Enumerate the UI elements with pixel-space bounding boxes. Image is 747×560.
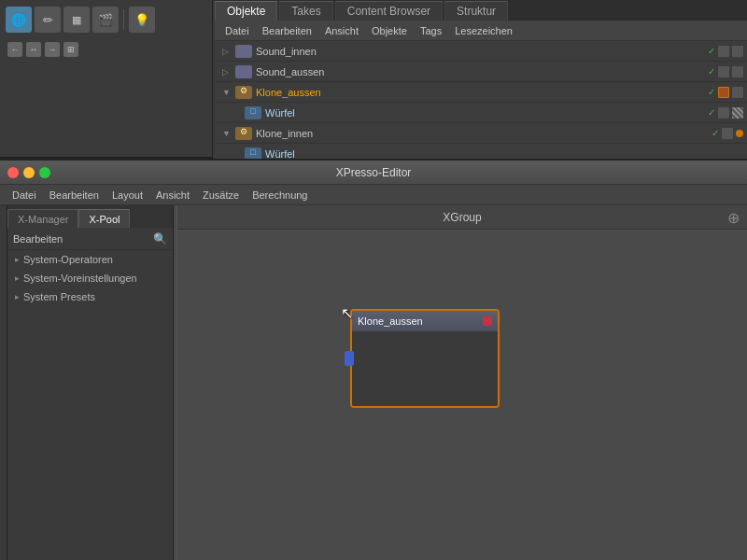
tree-row-sound-aussen[interactable]: ▷ Sound_aussen ✓ xyxy=(215,62,747,82)
mini-icon-4[interactable]: ⊞ xyxy=(63,42,78,57)
menu-bearbeiten[interactable]: Bearbeiten xyxy=(256,23,318,38)
xgroup-label: XGroup xyxy=(443,211,481,224)
xpresso-sidebar: X-Manager X-Pool Bearbeiten 🔍 ▸ System-O… xyxy=(7,205,174,560)
toolbar-icon-5[interactable]: 💡 xyxy=(129,7,155,33)
xpresso-menu-bearbeiten[interactable]: Bearbeiten xyxy=(43,188,106,203)
menu-lesezeichen[interactable]: Lesezeichen xyxy=(448,23,519,38)
mini-icon-2[interactable]: ↔ xyxy=(26,42,41,57)
toolbar-separator-1 xyxy=(123,9,124,30)
toolbar-row-1: 🌐 ✏ ▦ 🎬 💡 xyxy=(0,0,212,39)
tree-expand-2: ▷ xyxy=(222,67,232,77)
arrow-icon-2: ▸ xyxy=(15,273,20,283)
tree-row-right-5: ✓ xyxy=(712,128,743,139)
maximize-button[interactable] xyxy=(39,167,50,178)
main-tab-bar: Objekte Takes Content Browser Struktur xyxy=(215,0,747,21)
tree-label-klone-innen: Klone_innen xyxy=(256,128,313,139)
item-label-1: System-Operatoren xyxy=(23,254,113,265)
arrow-icon-1: ▸ xyxy=(15,255,20,264)
tree-label-sound-innen: Sound_innen xyxy=(256,46,317,57)
xpool-tree: ▸ System-Operatoren ▸ System-Voreinstell… xyxy=(7,250,173,560)
tree-label-wuerfel-2: Würfel xyxy=(265,148,295,160)
xpool-item-system-operatoren[interactable]: ▸ System-Operatoren xyxy=(7,250,173,269)
xpresso-menubar: Datei Bearbeiten Layout Ansicht Zusätze … xyxy=(0,185,747,205)
tree-row-wuerfel-1[interactable]: □ Würfel ✓ xyxy=(215,103,747,123)
tree-row-right-1: ✓ xyxy=(708,46,743,57)
node-port-left[interactable] xyxy=(345,351,354,366)
tree-expand-1: ▷ xyxy=(222,47,232,56)
xpool-tab-bar: X-Manager X-Pool xyxy=(7,205,173,228)
tree-icon-wuerfel-2: □ xyxy=(245,147,261,160)
toolbar-icon-1[interactable]: 🌐 xyxy=(6,7,32,33)
toolbar-row-2: ← ↔ → ⊞ xyxy=(0,39,212,60)
menu-datei[interactable]: Datei xyxy=(218,23,256,38)
menu-tags[interactable]: Tags xyxy=(414,23,448,38)
toolbar-icon-3[interactable]: ▦ xyxy=(63,7,90,33)
tree-row-wuerfel-2[interactable]: □ Würfel xyxy=(215,144,747,159)
xpresso-titlebar: XPresso-Editor xyxy=(0,161,747,185)
window-controls xyxy=(7,167,50,178)
tree-icon-sound-innen xyxy=(235,45,252,58)
xpresso-menu-ansicht[interactable]: Ansicht xyxy=(149,188,196,203)
node-body xyxy=(352,331,498,406)
tab-content-browser[interactable]: Content Browser xyxy=(335,1,443,21)
xpresso-menu-layout[interactable]: Layout xyxy=(106,188,149,203)
menu-ansicht[interactable]: Ansicht xyxy=(318,23,365,38)
tab-objekte[interactable]: Objekte xyxy=(215,1,277,21)
tree-row-klone-aussen[interactable]: ▼ ⚙ Klone_aussen ✓ xyxy=(215,82,747,103)
tree-label-wuerfel-1: Würfel xyxy=(265,107,295,119)
xpool-item-system-presets[interactable]: ▸ System Presets xyxy=(7,287,173,306)
node-header: Klone_aussen xyxy=(352,311,498,331)
search-icon[interactable]: 🔍 xyxy=(153,232,167,245)
tree-icon-klone-aussen: ⚙ xyxy=(235,86,252,99)
xgroup-plus-icon[interactable]: ⊕ xyxy=(727,208,740,226)
menu-objekte[interactable]: Objekte xyxy=(365,23,414,38)
xpresso-menu-berechnung[interactable]: Berechnung xyxy=(246,188,314,203)
item-label-3: System Presets xyxy=(23,291,95,302)
xpool-bearbeiten-row: Bearbeiten 🔍 xyxy=(7,228,173,250)
objects-menubar: Datei Bearbeiten Ansicht Objekte Tags Le… xyxy=(215,21,747,41)
tree-row-right-3: ✓ xyxy=(708,87,743,98)
left-toolbar-strip: 🌐 ✏ ▦ 🎬 💡 ← ↔ → ⊞ xyxy=(0,0,213,159)
arrow-icon-3: ▸ xyxy=(15,292,20,301)
bearbeiten-label: Bearbeiten xyxy=(13,233,63,245)
tree-row-klone-innen[interactable]: ▼ ⚙ Klone_innen ✓ xyxy=(215,123,747,144)
tab-x-manager[interactable]: X-Manager xyxy=(7,209,78,228)
item-label-2: System-Voreinstellungen xyxy=(23,273,137,284)
objects-tree: ▷ Sound_innen ✓ ▷ Sound_aussen ✓ ▼ ⚙ Klo… xyxy=(215,41,747,159)
tree-icon-klone-innen: ⚙ xyxy=(235,127,252,140)
tree-row-right-2: ✓ xyxy=(708,66,743,77)
tree-icon-sound-aussen xyxy=(235,65,252,78)
toolbar-icon-4[interactable]: 🎬 xyxy=(92,7,119,33)
xpresso-window: XPresso-Editor Datei Bearbeiten Layout A… xyxy=(0,159,747,560)
tree-row-right-4: ✓ xyxy=(708,107,743,119)
xgroup-header: XGroup ⊕ xyxy=(177,205,747,230)
xgroup-canvas[interactable]: Klone_aussen ↖ xyxy=(177,230,747,560)
toolbar-icon-2[interactable]: ✏ xyxy=(35,7,61,33)
tree-label-sound-aussen: Sound_aussen xyxy=(256,66,324,77)
tree-expand-4: ▼ xyxy=(222,129,232,138)
tab-takes[interactable]: Takes xyxy=(279,1,332,21)
tree-row-sound-innen[interactable]: ▷ Sound_innen ✓ xyxy=(215,41,747,62)
xpresso-menu-zusaetze[interactable]: Zusätze xyxy=(196,188,246,203)
klone-aussen-node[interactable]: Klone_aussen xyxy=(350,309,500,408)
tab-x-pool[interactable]: X-Pool xyxy=(78,209,130,228)
xgroup-panel: XGroup ⊕ Klone_aussen ↖ xyxy=(177,205,747,560)
tree-expand-3: ▼ xyxy=(222,88,232,97)
xpresso-title: XPresso-Editor xyxy=(336,166,412,179)
xpool-item-system-voreinstellungen[interactable]: ▸ System-Voreinstellungen xyxy=(7,269,173,287)
close-button[interactable] xyxy=(7,167,19,178)
xpresso-menu-datei[interactable]: Datei xyxy=(6,188,43,203)
mini-icon-1[interactable]: ← xyxy=(7,42,22,57)
xpresso-left-narrow-bar xyxy=(0,205,7,560)
tree-icon-wuerfel-1: □ xyxy=(245,106,261,119)
minimize-button[interactable] xyxy=(23,167,35,178)
node-port-right[interactable] xyxy=(483,316,492,326)
tab-struktur[interactable]: Struktur xyxy=(444,1,508,21)
xpresso-content: X-Manager X-Pool Bearbeiten 🔍 ▸ System-O… xyxy=(0,205,747,560)
mini-icon-3[interactable]: → xyxy=(45,42,60,57)
node-title: Klone_aussen xyxy=(358,315,423,327)
tree-label-klone-aussen: Klone_aussen xyxy=(256,87,321,98)
